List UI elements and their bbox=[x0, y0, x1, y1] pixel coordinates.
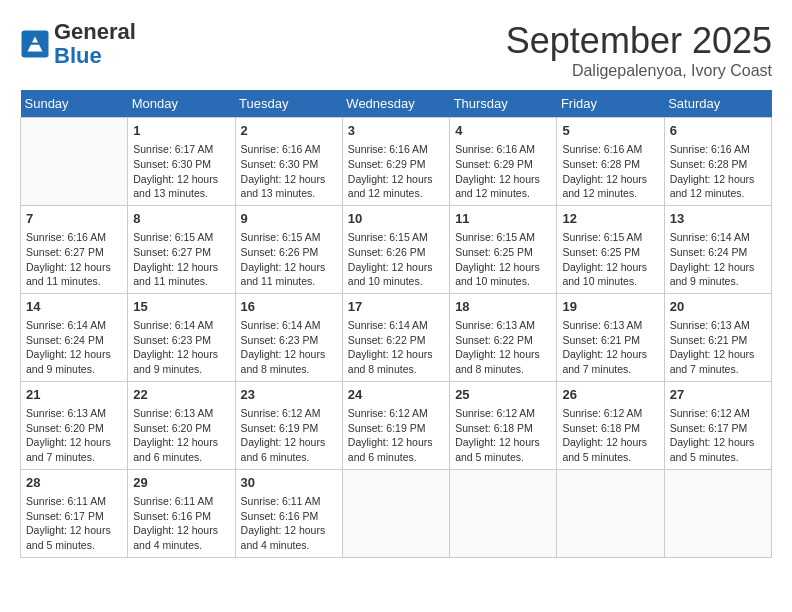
calendar-cell: 13Sunrise: 6:14 AM Sunset: 6:24 PM Dayli… bbox=[664, 205, 771, 293]
day-info: Sunrise: 6:16 AM Sunset: 6:30 PM Dayligh… bbox=[241, 142, 337, 201]
day-info: Sunrise: 6:16 AM Sunset: 6:29 PM Dayligh… bbox=[455, 142, 551, 201]
day-info: Sunrise: 6:12 AM Sunset: 6:18 PM Dayligh… bbox=[562, 406, 658, 465]
day-number: 12 bbox=[562, 210, 658, 228]
day-number: 23 bbox=[241, 386, 337, 404]
day-number: 30 bbox=[241, 474, 337, 492]
day-number: 21 bbox=[26, 386, 122, 404]
calendar-cell: 16Sunrise: 6:14 AM Sunset: 6:23 PM Dayli… bbox=[235, 293, 342, 381]
calendar-cell bbox=[342, 469, 449, 557]
day-info: Sunrise: 6:11 AM Sunset: 6:16 PM Dayligh… bbox=[133, 494, 229, 553]
calendar-day-header: Monday bbox=[128, 90, 235, 118]
calendar-cell: 30Sunrise: 6:11 AM Sunset: 6:16 PM Dayli… bbox=[235, 469, 342, 557]
calendar-cell: 15Sunrise: 6:14 AM Sunset: 6:23 PM Dayli… bbox=[128, 293, 235, 381]
logo-icon bbox=[20, 29, 50, 59]
day-info: Sunrise: 6:11 AM Sunset: 6:17 PM Dayligh… bbox=[26, 494, 122, 553]
calendar-cell bbox=[21, 118, 128, 206]
month-title: September 2025 bbox=[506, 20, 772, 62]
calendar-cell bbox=[664, 469, 771, 557]
day-info: Sunrise: 6:14 AM Sunset: 6:24 PM Dayligh… bbox=[26, 318, 122, 377]
day-number: 17 bbox=[348, 298, 444, 316]
day-number: 9 bbox=[241, 210, 337, 228]
day-info: Sunrise: 6:13 AM Sunset: 6:20 PM Dayligh… bbox=[26, 406, 122, 465]
day-number: 24 bbox=[348, 386, 444, 404]
calendar-body: 1Sunrise: 6:17 AM Sunset: 6:30 PM Daylig… bbox=[21, 118, 772, 558]
day-info: Sunrise: 6:16 AM Sunset: 6:28 PM Dayligh… bbox=[562, 142, 658, 201]
calendar-day-header: Sunday bbox=[21, 90, 128, 118]
day-number: 3 bbox=[348, 122, 444, 140]
calendar-day-header: Friday bbox=[557, 90, 664, 118]
day-info: Sunrise: 6:14 AM Sunset: 6:23 PM Dayligh… bbox=[241, 318, 337, 377]
day-number: 10 bbox=[348, 210, 444, 228]
day-info: Sunrise: 6:15 AM Sunset: 6:27 PM Dayligh… bbox=[133, 230, 229, 289]
calendar-week-row: 14Sunrise: 6:14 AM Sunset: 6:24 PM Dayli… bbox=[21, 293, 772, 381]
day-number: 14 bbox=[26, 298, 122, 316]
calendar-header-row: SundayMondayTuesdayWednesdayThursdayFrid… bbox=[21, 90, 772, 118]
calendar-day-header: Tuesday bbox=[235, 90, 342, 118]
day-info: Sunrise: 6:15 AM Sunset: 6:26 PM Dayligh… bbox=[241, 230, 337, 289]
day-info: Sunrise: 6:12 AM Sunset: 6:19 PM Dayligh… bbox=[348, 406, 444, 465]
calendar-cell: 5Sunrise: 6:16 AM Sunset: 6:28 PM Daylig… bbox=[557, 118, 664, 206]
day-info: Sunrise: 6:13 AM Sunset: 6:22 PM Dayligh… bbox=[455, 318, 551, 377]
day-info: Sunrise: 6:16 AM Sunset: 6:28 PM Dayligh… bbox=[670, 142, 766, 201]
calendar-cell: 7Sunrise: 6:16 AM Sunset: 6:27 PM Daylig… bbox=[21, 205, 128, 293]
calendar-cell: 19Sunrise: 6:13 AM Sunset: 6:21 PM Dayli… bbox=[557, 293, 664, 381]
calendar-week-row: 28Sunrise: 6:11 AM Sunset: 6:17 PM Dayli… bbox=[21, 469, 772, 557]
title-block: September 2025 Daligepalenyoa, Ivory Coa… bbox=[506, 20, 772, 80]
day-info: Sunrise: 6:12 AM Sunset: 6:19 PM Dayligh… bbox=[241, 406, 337, 465]
day-info: Sunrise: 6:15 AM Sunset: 6:25 PM Dayligh… bbox=[455, 230, 551, 289]
day-number: 6 bbox=[670, 122, 766, 140]
calendar-day-header: Wednesday bbox=[342, 90, 449, 118]
day-number: 28 bbox=[26, 474, 122, 492]
calendar-cell: 28Sunrise: 6:11 AM Sunset: 6:17 PM Dayli… bbox=[21, 469, 128, 557]
logo-text: General Blue bbox=[54, 20, 136, 68]
page-header: General Blue September 2025 Daligepaleny… bbox=[20, 20, 772, 80]
day-number: 19 bbox=[562, 298, 658, 316]
calendar-cell: 4Sunrise: 6:16 AM Sunset: 6:29 PM Daylig… bbox=[450, 118, 557, 206]
calendar-week-row: 7Sunrise: 6:16 AM Sunset: 6:27 PM Daylig… bbox=[21, 205, 772, 293]
calendar-cell: 18Sunrise: 6:13 AM Sunset: 6:22 PM Dayli… bbox=[450, 293, 557, 381]
day-number: 13 bbox=[670, 210, 766, 228]
day-number: 29 bbox=[133, 474, 229, 492]
day-info: Sunrise: 6:12 AM Sunset: 6:18 PM Dayligh… bbox=[455, 406, 551, 465]
day-info: Sunrise: 6:12 AM Sunset: 6:17 PM Dayligh… bbox=[670, 406, 766, 465]
day-number: 2 bbox=[241, 122, 337, 140]
day-number: 4 bbox=[455, 122, 551, 140]
calendar-cell: 27Sunrise: 6:12 AM Sunset: 6:17 PM Dayli… bbox=[664, 381, 771, 469]
day-info: Sunrise: 6:14 AM Sunset: 6:22 PM Dayligh… bbox=[348, 318, 444, 377]
calendar-cell: 12Sunrise: 6:15 AM Sunset: 6:25 PM Dayli… bbox=[557, 205, 664, 293]
day-number: 22 bbox=[133, 386, 229, 404]
day-info: Sunrise: 6:15 AM Sunset: 6:26 PM Dayligh… bbox=[348, 230, 444, 289]
day-info: Sunrise: 6:14 AM Sunset: 6:23 PM Dayligh… bbox=[133, 318, 229, 377]
svg-rect-2 bbox=[31, 43, 40, 45]
day-number: 20 bbox=[670, 298, 766, 316]
day-info: Sunrise: 6:13 AM Sunset: 6:21 PM Dayligh… bbox=[670, 318, 766, 377]
calendar-cell bbox=[450, 469, 557, 557]
day-info: Sunrise: 6:17 AM Sunset: 6:30 PM Dayligh… bbox=[133, 142, 229, 201]
calendar-cell: 20Sunrise: 6:13 AM Sunset: 6:21 PM Dayli… bbox=[664, 293, 771, 381]
day-number: 8 bbox=[133, 210, 229, 228]
calendar-cell: 9Sunrise: 6:15 AM Sunset: 6:26 PM Daylig… bbox=[235, 205, 342, 293]
calendar-cell: 25Sunrise: 6:12 AM Sunset: 6:18 PM Dayli… bbox=[450, 381, 557, 469]
day-info: Sunrise: 6:16 AM Sunset: 6:27 PM Dayligh… bbox=[26, 230, 122, 289]
day-number: 11 bbox=[455, 210, 551, 228]
calendar-cell: 23Sunrise: 6:12 AM Sunset: 6:19 PM Dayli… bbox=[235, 381, 342, 469]
location-subtitle: Daligepalenyoa, Ivory Coast bbox=[506, 62, 772, 80]
day-number: 7 bbox=[26, 210, 122, 228]
logo: General Blue bbox=[20, 20, 136, 68]
calendar-cell: 11Sunrise: 6:15 AM Sunset: 6:25 PM Dayli… bbox=[450, 205, 557, 293]
day-info: Sunrise: 6:13 AM Sunset: 6:20 PM Dayligh… bbox=[133, 406, 229, 465]
day-number: 25 bbox=[455, 386, 551, 404]
calendar-cell: 10Sunrise: 6:15 AM Sunset: 6:26 PM Dayli… bbox=[342, 205, 449, 293]
day-number: 5 bbox=[562, 122, 658, 140]
calendar-cell: 24Sunrise: 6:12 AM Sunset: 6:19 PM Dayli… bbox=[342, 381, 449, 469]
calendar-cell: 22Sunrise: 6:13 AM Sunset: 6:20 PM Dayli… bbox=[128, 381, 235, 469]
day-number: 18 bbox=[455, 298, 551, 316]
calendar-cell: 1Sunrise: 6:17 AM Sunset: 6:30 PM Daylig… bbox=[128, 118, 235, 206]
day-info: Sunrise: 6:11 AM Sunset: 6:16 PM Dayligh… bbox=[241, 494, 337, 553]
calendar-table: SundayMondayTuesdayWednesdayThursdayFrid… bbox=[20, 90, 772, 558]
calendar-cell: 2Sunrise: 6:16 AM Sunset: 6:30 PM Daylig… bbox=[235, 118, 342, 206]
calendar-cell: 21Sunrise: 6:13 AM Sunset: 6:20 PM Dayli… bbox=[21, 381, 128, 469]
day-info: Sunrise: 6:15 AM Sunset: 6:25 PM Dayligh… bbox=[562, 230, 658, 289]
calendar-cell: 26Sunrise: 6:12 AM Sunset: 6:18 PM Dayli… bbox=[557, 381, 664, 469]
calendar-cell: 3Sunrise: 6:16 AM Sunset: 6:29 PM Daylig… bbox=[342, 118, 449, 206]
